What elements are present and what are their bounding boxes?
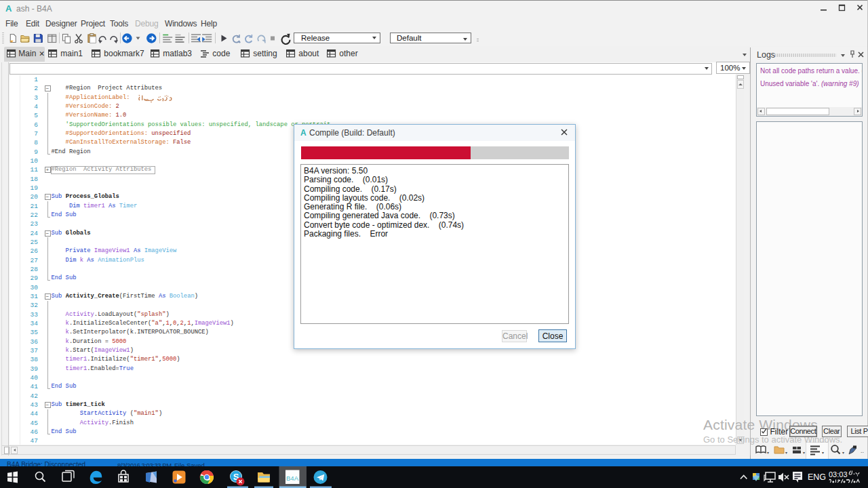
svg-text:▾: ▾ xyxy=(822,451,824,455)
svg-text:B4A: B4A xyxy=(286,474,299,482)
svg-text:▾: ▾ xyxy=(785,451,787,455)
svg-text:ENG: ENG xyxy=(808,472,826,482)
svg-text:..: .. xyxy=(861,447,864,454)
svg-text:▾: ▾ xyxy=(842,451,844,455)
svg-text:▾: ▾ xyxy=(803,451,805,455)
svg-text:03:03: 03:03 xyxy=(829,470,848,479)
svg-text:▾: ▾ xyxy=(767,451,769,455)
